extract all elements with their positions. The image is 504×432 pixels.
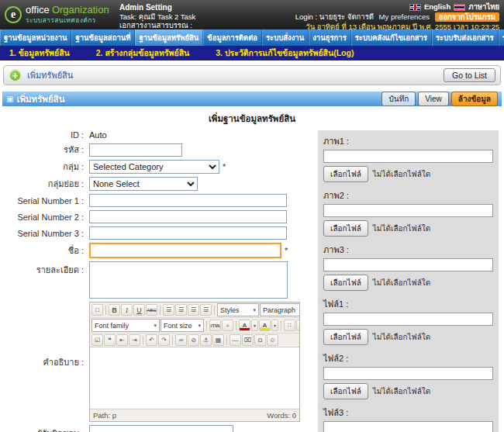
upload-label: ภาพ3 : <box>323 241 493 258</box>
subgroup-select[interactable]: None Select <box>89 177 198 191</box>
special-char-icon[interactable]: Ω <box>254 334 266 346</box>
toolbar-separator[interactable] <box>236 321 236 330</box>
nav-item-doc-transfer[interactable]: ระบบรับส่งเอกสาร <box>432 29 499 46</box>
nav-item-doc-archive[interactable]: ระบบคลังแก้ไขเอกสาร <box>351 29 432 46</box>
toolbar-separator[interactable] <box>206 321 207 330</box>
responsible-textarea[interactable] <box>89 425 233 432</box>
code-input[interactable] <box>89 143 182 157</box>
numbered-list-icon[interactable]: 1. <box>296 320 299 331</box>
name-input[interactable] <box>89 243 281 258</box>
file-status-label: ไม่ได้เลือกไฟล์ใด <box>373 277 430 289</box>
nav-item-admin-work[interactable]: งานธุรการ <box>309 29 351 46</box>
toolbar-separator[interactable] <box>105 306 106 315</box>
align-justify-icon[interactable]: ☰ <box>200 304 212 316</box>
upload-path-input[interactable] <box>323 313 493 326</box>
horizontal-rule-icon[interactable]: — <box>230 334 241 346</box>
choose-file-button[interactable]: เลือกไฟล์ <box>323 220 368 237</box>
image-icon[interactable]: ▦ <box>212 334 224 346</box>
logout-button[interactable]: ออกจากโปรแกรม <box>435 12 499 22</box>
align-center-icon[interactable]: ☰ <box>175 304 187 316</box>
bold-icon[interactable]: B <box>109 304 120 316</box>
nav-item-contact-info[interactable]: ข้อมูลการติดต่อ <box>203 29 262 46</box>
highlight-caret-icon[interactable]: ▾ <box>271 320 278 331</box>
font-family-dropdown[interactable]: Font family ▾ <box>91 319 160 332</box>
underline-icon[interactable]: U <box>133 304 145 316</box>
html-source-icon[interactable]: HTML <box>209 320 221 331</box>
bullet-list-icon[interactable]: ∷ <box>284 320 295 331</box>
upload-path-input[interactable] <box>323 421 493 432</box>
select-all-icon[interactable]: ☑ <box>91 334 103 346</box>
paragraph-dropdown[interactable]: Paragraph ▾ <box>260 303 299 316</box>
blockquote-icon[interactable]: ❝ <box>104 334 116 346</box>
app-logo: e office Organization ระบบสารสนเทศองค์กร <box>0 0 116 29</box>
anchor-icon[interactable]: ⚓ <box>200 334 212 346</box>
document-summary: เอกสารงานสารบรรณ : <box>119 21 260 30</box>
new-document-icon[interactable]: □ <box>91 304 103 316</box>
serial3-input[interactable] <box>89 226 287 240</box>
emoticon-icon[interactable]: ☺ <box>267 334 278 346</box>
undo-icon[interactable]: ↶ <box>146 334 157 346</box>
toolbar-separator[interactable] <box>281 321 281 330</box>
toolbar-separator[interactable] <box>160 306 161 315</box>
go-to-list-button[interactable]: Go to List <box>444 68 495 82</box>
rich-text-editor: □BIUABC☰☰☰☰ Styles ▾ Paragraph ▾ <box>89 302 300 422</box>
panel-title: เพิ่มทรัพย์สิน <box>16 92 64 106</box>
upload-path-input[interactable] <box>323 258 493 271</box>
toolbar-separator[interactable] <box>214 306 215 315</box>
nav-item-booking[interactable]: ระบบจอง <box>499 29 504 46</box>
add-asset-link[interactable]: เพิ่มทรัพย์สิน <box>27 68 73 82</box>
nav-item-asset-db[interactable]: ฐานข้อมูลทรัพย์สิน <box>135 29 203 46</box>
font-size-dropdown[interactable]: Font size ▾ <box>161 319 204 332</box>
choose-file-button[interactable]: เลือกไฟล์ <box>323 166 368 182</box>
lang-thai-link[interactable]: ภาษาไทย <box>468 2 499 12</box>
upload-path-input[interactable] <box>323 204 493 217</box>
align-right-icon[interactable]: ☰ <box>188 304 199 316</box>
nav-item-task-assignment[interactable]: ระบบสั่งงาน <box>262 29 309 46</box>
unlink-icon[interactable]: ⊘ <box>188 334 199 346</box>
required-mark: * <box>285 246 288 255</box>
save-button[interactable]: บันทึก <box>381 92 416 106</box>
editor-word-count: Words: 0 <box>267 411 296 420</box>
upload-path-input[interactable] <box>323 150 493 163</box>
color-caret-icon[interactable]: ▾ <box>251 320 258 331</box>
choose-file-button[interactable]: เลือกไฟล์ <box>323 275 368 291</box>
redo-icon[interactable]: ↷ <box>158 334 170 346</box>
view-button[interactable]: View <box>418 92 449 106</box>
text-color-icon[interactable]: A <box>239 320 250 331</box>
align-left-icon[interactable]: ☰ <box>163 304 174 316</box>
link-icon[interactable]: ∞ <box>175 334 187 346</box>
nav-item-location-db[interactable]: ฐานข้อมูลสถานที่ <box>71 29 135 46</box>
my-preferences-link[interactable]: My preferences <box>379 12 430 21</box>
toolbar-separator[interactable] <box>143 336 143 345</box>
choose-file-button[interactable]: เลือกไฟล์ <box>323 383 368 399</box>
serial1-input[interactable] <box>89 194 287 207</box>
choose-file-button[interactable]: เลือกไฟล์ <box>323 329 368 345</box>
outdent-icon[interactable]: ⇤ <box>116 334 128 346</box>
sub-nav: 1. ข้อมูลทรัพย์สิน 2. สร้างกลุ่มข้อมูลทร… <box>0 46 504 60</box>
detail-textarea[interactable] <box>89 261 288 299</box>
find-icon[interactable]: ⌕ <box>222 320 233 331</box>
remove-format-icon[interactable]: ⌧ <box>242 334 254 346</box>
nav-item-org-db[interactable]: ฐานข้อมูลหน่วยงาน <box>0 29 71 46</box>
upload-group: ไฟล์1 : เลือกไฟล์ ไม่ได้เลือกไฟล์ใด <box>323 295 493 345</box>
subnav-item-create-asset-group[interactable]: 2. สร้างกลุ่มข้อมูลทรัพย์สิน <box>96 47 190 60</box>
styles-dropdown[interactable]: Styles ▾ <box>217 303 259 316</box>
subnav-item-asset-log[interactable]: 3. ประวัติการแก้ไขข้อมูลทรัพย์สิน(Log) <box>216 47 354 60</box>
italic-icon[interactable]: I <box>121 304 133 316</box>
clear-button[interactable]: ล้างข้อมูล <box>451 92 498 106</box>
editor-content[interactable] <box>90 347 299 409</box>
serial2-input[interactable] <box>89 210 287 223</box>
logo-subtitle: ระบบสารสนเทศองค์กร <box>26 16 109 26</box>
upload-path-input[interactable] <box>323 367 493 380</box>
lang-english-link[interactable]: English <box>424 2 450 12</box>
subnav-item-asset-data[interactable]: 1. ข้อมูลทรัพย์สิน <box>9 47 70 60</box>
group-select[interactable]: Selected Category <box>89 160 219 174</box>
toolbar-separator[interactable] <box>226 336 227 345</box>
highlight-color-icon[interactable]: A <box>259 320 271 331</box>
indent-icon[interactable]: ⇥ <box>129 334 140 346</box>
strikethrough-icon[interactable]: ABC <box>146 304 157 316</box>
thai-flag-icon[interactable] <box>454 4 465 11</box>
header-info: Admin Setting Task: คุณมี Task 2 Task เอ… <box>116 0 260 29</box>
toolbar-separator[interactable] <box>172 336 173 345</box>
english-flag-icon[interactable] <box>409 4 421 11</box>
